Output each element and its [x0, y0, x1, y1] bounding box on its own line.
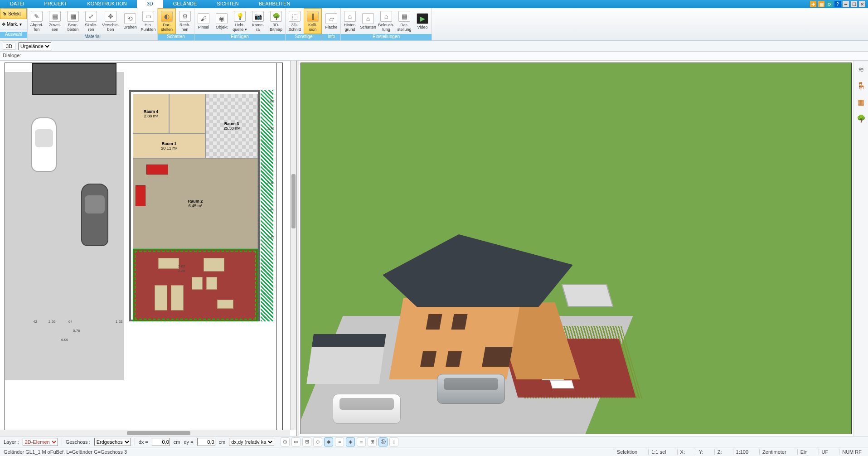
- tool-flaeche[interactable]: ▱Fläche: [322, 8, 340, 34]
- chair-icon[interactable]: 🪑: [856, 81, 866, 91]
- ruler-vertical: [276, 63, 282, 431]
- selekt-button[interactable]: 🖱Selekt: [0, 8, 27, 19]
- wb1-icon[interactable]: ✚: [810, 1, 816, 7]
- status-ratio: 1:100: [733, 449, 752, 455]
- screen-icon[interactable]: ▭: [291, 437, 301, 446]
- tool-schatten-setting[interactable]: ⌂Schatten: [359, 8, 377, 34]
- house-outline: Raum 42.88 m² Raum 120.11 m² Raum 325.30…: [129, 90, 260, 321]
- dy-input[interactable]: [197, 438, 215, 446]
- help-icon[interactable]: ?: [834, 1, 841, 7]
- snap5-icon[interactable]: ◈: [346, 437, 355, 446]
- dy-unit: cm: [219, 439, 226, 445]
- layer-select[interactable]: 2D-Elemen: [23, 438, 58, 446]
- snap1-icon[interactable]: ⊞: [302, 437, 311, 446]
- tab-datei[interactable]: DATEI: [0, 0, 34, 8]
- house-3d: [387, 262, 541, 379]
- status-bar: Geländer GL1_1 M oFuBef. L=Geländer G=Ge…: [0, 447, 868, 456]
- scrollbar-horizontal-2d[interactable]: [0, 430, 290, 436]
- area-icon: ▱: [325, 13, 337, 24]
- pane-2d[interactable]: Raum 42.88 m² Raum 120.11 m² Raum 325.30…: [0, 61, 297, 436]
- terrace-selected[interactable]: 2.02 2.20: [133, 249, 258, 321]
- tool-drehen[interactable]: ⟲Drehen: [121, 8, 139, 34]
- patio-furn: [171, 285, 184, 310]
- patio-furn: [155, 285, 167, 310]
- coord-mode-select[interactable]: dx,dy (relativ ka: [229, 438, 274, 446]
- tool-3d-schnitt[interactable]: ⬚3D-Schnitt: [286, 8, 304, 34]
- tool-darstellen[interactable]: ◐Dar-stellen: [158, 8, 176, 34]
- roof-3d: [383, 234, 573, 307]
- palette-icon[interactable]: ▦: [856, 97, 866, 107]
- clock-icon[interactable]: ◷: [281, 437, 290, 446]
- move-icon: ✥: [105, 11, 116, 22]
- tool-lichtquelle[interactable]: 💡Licht-quelle ▾: [231, 8, 249, 34]
- maximize-icon[interactable]: ☐: [851, 1, 857, 7]
- wb2-icon[interactable]: ▦: [818, 1, 824, 7]
- dx-input[interactable]: [152, 438, 170, 446]
- tool-beleuchtung[interactable]: ⌂Beleuch-tung: [377, 8, 395, 34]
- tab-sichten[interactable]: SICHTEN: [207, 0, 248, 8]
- snap3-icon[interactable]: ◆: [324, 437, 333, 446]
- geschoss-select[interactable]: Erdgeschos: [94, 438, 131, 446]
- tool-bearbeiten[interactable]: ▦Bear-beiten: [64, 8, 82, 34]
- tool-rechnen[interactable]: ⚙Rech-nen: [176, 8, 194, 34]
- tool-abgreifen[interactable]: ✎Abgrei-fen: [28, 8, 46, 34]
- tab-projekt[interactable]: PROJEKT: [34, 0, 78, 8]
- tool-video[interactable]: ▶Video: [413, 8, 432, 34]
- points-icon: ▭: [142, 11, 154, 22]
- scrollbar-vertical-2d[interactable]: [290, 61, 296, 430]
- patio-furn: [192, 277, 203, 290]
- terrain-select[interactable]: Urgelände: [18, 42, 51, 50]
- mark-button[interactable]: ✥Mark. ▾: [0, 19, 27, 29]
- layers-icon[interactable]: ≋: [856, 64, 866, 74]
- snap4-icon[interactable]: ≈: [335, 437, 344, 446]
- info-icon[interactable]: i: [389, 437, 398, 446]
- tool-kamera[interactable]: 📷Kame-ra: [249, 8, 267, 34]
- tool-hinpunkten[interactable]: ▭Hin.Punkten: [139, 8, 157, 34]
- tool-verschieben[interactable]: ✥Verschie-ben: [100, 8, 121, 34]
- tool-hintergrund[interactable]: ⌂Hinter-grund: [341, 8, 359, 34]
- camera-icon: 📷: [252, 11, 264, 22]
- tool-skalieren[interactable]: ⤢Skalie-ren: [82, 8, 100, 34]
- north-icon[interactable]: Ⓝ: [378, 437, 388, 446]
- wb3-icon[interactable]: ⟳: [826, 1, 833, 7]
- video-icon: ▶: [417, 13, 428, 24]
- group-material-label: Material: [28, 34, 157, 40]
- wall-front: [389, 298, 521, 379]
- tool-darstellung[interactable]: ▦Dar-stellung: [395, 8, 413, 34]
- garage-3d: [306, 334, 386, 384]
- status-zentimeter: Zentimeter: [759, 449, 789, 455]
- snap2-icon[interactable]: ◇: [313, 437, 322, 446]
- patio-furn: [217, 300, 233, 309]
- window-3d: [420, 351, 436, 367]
- background-icon: ⌂: [344, 11, 356, 22]
- tool-zuweisen[interactable]: ▤Zuwei-sen: [46, 8, 64, 34]
- tab-gelaende[interactable]: GELÄNDE: [163, 0, 207, 8]
- window-3d: [446, 351, 462, 367]
- tool-3d-bitmap[interactable]: 🌳3D-Bitmap: [267, 8, 285, 34]
- status-x: X:: [677, 449, 688, 455]
- minimize-icon[interactable]: ━: [843, 1, 849, 7]
- tool-objekt[interactable]: ◉Objekt: [213, 8, 231, 34]
- window-buttons: ✚ ▦ ⟳ ? ━ ☐ ✕: [810, 0, 868, 8]
- room-3: Raum 325.30 m²: [205, 94, 258, 158]
- floorplan-canvas[interactable]: Raum 42.88 m² Raum 120.11 m² Raum 325.30…: [5, 63, 283, 432]
- display-setting-icon: ▦: [398, 11, 410, 22]
- group-sonstige-label: Sonstige: [286, 34, 322, 40]
- tool-kollision[interactable]: ‖Kolli-sion: [304, 8, 322, 34]
- 3d-viewport[interactable]: [301, 63, 852, 434]
- status-left: Geländer GL1_1 M oFuBef. L=Geländer G=Ge…: [4, 449, 127, 455]
- tab-konstruktion[interactable]: KONSTRUKTION: [77, 0, 136, 8]
- tool-pinsel[interactable]: 🖌Pinsel: [194, 8, 213, 34]
- dy-label: dy =: [184, 439, 193, 445]
- geschoss-label: Geschoss :: [66, 439, 91, 445]
- snap6-icon[interactable]: ≡: [357, 437, 366, 446]
- lounger-3d: [550, 380, 574, 388]
- tab-3d[interactable]: 3D: [137, 0, 163, 8]
- tree-icon[interactable]: 🌳: [856, 113, 866, 123]
- edit-icon: ▦: [67, 11, 79, 22]
- grid-icon[interactable]: ⊞: [368, 437, 377, 446]
- tab-bearbeiten[interactable]: BEARBEITEN: [249, 0, 301, 8]
- close-icon[interactable]: ✕: [859, 1, 865, 7]
- status-uf: UF: [819, 449, 831, 455]
- pane-3d[interactable]: [299, 61, 853, 436]
